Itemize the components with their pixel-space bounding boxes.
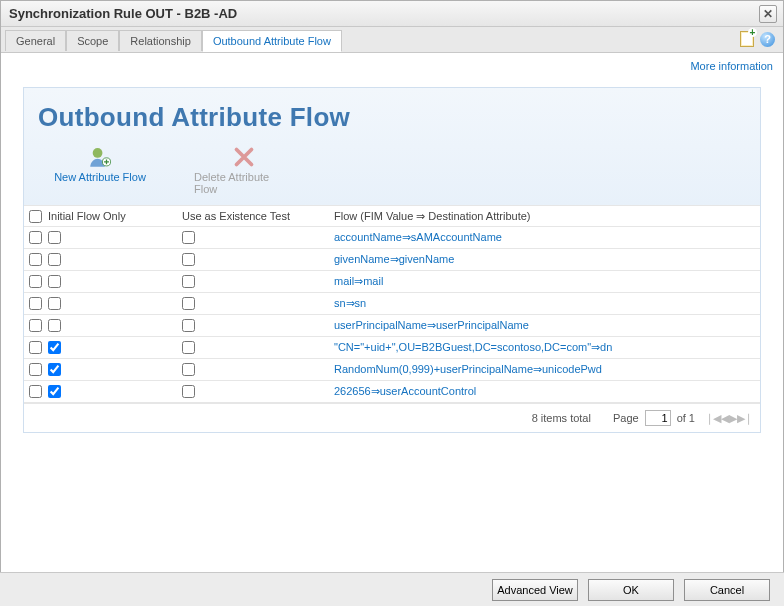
row-select-checkbox[interactable] bbox=[29, 385, 42, 398]
row-select-checkbox[interactable] bbox=[29, 363, 42, 376]
table-row[interactable]: givenName⇒givenName bbox=[24, 249, 760, 271]
tab-general[interactable]: General bbox=[5, 30, 66, 51]
flow-expression[interactable]: mail⇒mail bbox=[332, 275, 760, 288]
flow-expression[interactable]: sn⇒sn bbox=[332, 297, 760, 310]
grid-body: accountName⇒sAMAccountNamegivenName⇒give… bbox=[24, 227, 760, 403]
row-select-checkbox[interactable] bbox=[29, 297, 42, 310]
row-select-checkbox[interactable] bbox=[29, 275, 42, 288]
existence-test-checkbox[interactable] bbox=[182, 297, 195, 310]
existence-test-checkbox[interactable] bbox=[182, 363, 195, 376]
table-row[interactable]: accountName⇒sAMAccountName bbox=[24, 227, 760, 249]
help-icon[interactable]: ? bbox=[760, 32, 775, 47]
button-bar: Advanced View OK Cancel bbox=[0, 572, 784, 606]
table-row[interactable]: 262656⇒userAccountControl bbox=[24, 381, 760, 403]
select-all-checkbox[interactable] bbox=[29, 210, 42, 223]
flow-expression[interactable]: RandomNum(0,999)+userPrincipalName⇒unico… bbox=[332, 363, 760, 376]
initial-flow-checkbox[interactable] bbox=[48, 231, 61, 244]
header-flow[interactable]: Flow (FIM Value ⇒ Destination Attribute) bbox=[332, 210, 760, 223]
last-page-icon[interactable]: ▶❘ bbox=[737, 412, 752, 425]
existence-test-checkbox[interactable] bbox=[182, 231, 195, 244]
initial-flow-checkbox[interactable] bbox=[48, 341, 61, 354]
initial-flow-checkbox[interactable] bbox=[48, 319, 61, 332]
initial-flow-checkbox[interactable] bbox=[48, 363, 61, 376]
panel-header: Outbound Attribute Flow New Attribute Fl… bbox=[24, 88, 760, 205]
table-row[interactable]: RandomNum(0,999)+userPrincipalName⇒unico… bbox=[24, 359, 760, 381]
svg-point-0 bbox=[93, 148, 103, 158]
new-note-icon[interactable] bbox=[740, 31, 754, 47]
delete-attribute-flow-label: Delete Attribute Flow bbox=[194, 171, 294, 195]
existence-test-checkbox[interactable] bbox=[182, 385, 195, 398]
header-initial-flow[interactable]: Initial Flow Only bbox=[46, 210, 180, 222]
first-page-icon[interactable]: ❘◀ bbox=[705, 412, 720, 425]
pager-nav: ❘◀ ◀ ▶ ▶❘ bbox=[705, 412, 752, 425]
tab-outbound-attribute-flow[interactable]: Outbound Attribute Flow bbox=[202, 30, 342, 52]
page-label: Page bbox=[613, 412, 639, 424]
initial-flow-checkbox[interactable] bbox=[48, 253, 61, 266]
existence-test-checkbox[interactable] bbox=[182, 253, 195, 266]
row-select-checkbox[interactable] bbox=[29, 319, 42, 332]
row-select-checkbox[interactable] bbox=[29, 341, 42, 354]
titlebar: Synchronization Rule OUT - B2B -AD ✕ bbox=[1, 1, 783, 27]
flow-expression[interactable]: userPrincipalName⇒userPrincipalName bbox=[332, 319, 760, 332]
flow-expression[interactable]: "CN="+uid+",OU=B2BGuest,DC=scontoso,DC=c… bbox=[332, 341, 760, 354]
flow-expression[interactable]: accountName⇒sAMAccountName bbox=[332, 231, 760, 244]
panel-title: Outbound Attribute Flow bbox=[38, 102, 746, 133]
delete-attribute-flow-button: Delete Attribute Flow bbox=[194, 143, 294, 195]
prev-page-icon[interactable]: ◀ bbox=[721, 412, 728, 425]
initial-flow-checkbox[interactable] bbox=[48, 385, 61, 398]
cancel-button[interactable]: Cancel bbox=[684, 579, 770, 601]
initial-flow-checkbox[interactable] bbox=[48, 275, 61, 288]
table-row[interactable]: mail⇒mail bbox=[24, 271, 760, 293]
next-page-icon[interactable]: ▶ bbox=[729, 412, 736, 425]
existence-test-checkbox[interactable] bbox=[182, 319, 195, 332]
more-info-row: More information bbox=[1, 53, 783, 87]
tab-scope[interactable]: Scope bbox=[66, 30, 119, 51]
table-row[interactable]: "CN="+uid+",OU=B2BGuest,DC=scontoso,DC=c… bbox=[24, 337, 760, 359]
close-button[interactable]: ✕ bbox=[759, 5, 777, 23]
page-of-label: of 1 bbox=[677, 412, 695, 424]
user-add-icon bbox=[86, 143, 114, 171]
delete-x-icon bbox=[230, 143, 258, 171]
initial-flow-checkbox[interactable] bbox=[48, 297, 61, 310]
attribute-flow-grid: Initial Flow Only Use as Existence Test … bbox=[24, 205, 760, 403]
existence-test-checkbox[interactable] bbox=[182, 341, 195, 354]
more-information-link[interactable]: More information bbox=[690, 60, 773, 72]
page-number-input[interactable] bbox=[645, 410, 671, 426]
window-title: Synchronization Rule OUT - B2B -AD bbox=[9, 6, 237, 21]
existence-test-checkbox[interactable] bbox=[182, 275, 195, 288]
flow-expression[interactable]: givenName⇒givenName bbox=[332, 253, 760, 266]
row-select-checkbox[interactable] bbox=[29, 253, 42, 266]
new-attribute-flow-label: New Attribute Flow bbox=[54, 171, 146, 183]
grid-header: Initial Flow Only Use as Existence Test … bbox=[24, 205, 760, 227]
new-attribute-flow-button[interactable]: New Attribute Flow bbox=[50, 143, 150, 195]
tabstrip: General Scope Relationship Outbound Attr… bbox=[1, 27, 783, 53]
flow-expression[interactable]: 262656⇒userAccountControl bbox=[332, 385, 760, 398]
tab-relationship[interactable]: Relationship bbox=[119, 30, 202, 51]
tabstrip-tools: ? bbox=[740, 31, 775, 47]
table-row[interactable]: sn⇒sn bbox=[24, 293, 760, 315]
ok-button[interactable]: OK bbox=[588, 579, 674, 601]
items-total-label: 8 items total bbox=[532, 412, 591, 424]
row-select-checkbox[interactable] bbox=[29, 231, 42, 244]
table-row[interactable]: userPrincipalName⇒userPrincipalName bbox=[24, 315, 760, 337]
advanced-view-button[interactable]: Advanced View bbox=[492, 579, 578, 601]
header-existence-test[interactable]: Use as Existence Test bbox=[180, 210, 332, 222]
panel: Outbound Attribute Flow New Attribute Fl… bbox=[23, 87, 761, 433]
pager: 8 items total Page of 1 ❘◀ ◀ ▶ ▶❘ bbox=[24, 403, 760, 432]
action-row: New Attribute Flow Delete Attribute Flow bbox=[38, 133, 746, 195]
